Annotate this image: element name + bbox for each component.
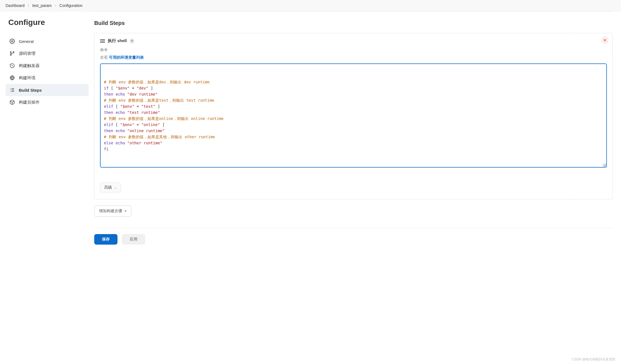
close-icon[interactable]: ✕ <box>601 37 609 44</box>
sidebar-item-2[interactable]: 构建触发器 <box>6 60 89 72</box>
code-line: # 判断 env 参数的值，如果是test，则输出 test runtime <box>104 97 603 103</box>
code-line: elif [ "$env" = "test" ] <box>104 103 603 109</box>
clock-icon <box>9 63 15 68</box>
breadcrumb: Dashboard › test_param › Configuration <box>0 0 621 11</box>
sidebar-item-label: Build Steps <box>19 88 42 93</box>
sidebar-item-label: 源码管理 <box>19 51 35 56</box>
help-icon[interactable]: ? <box>129 39 134 43</box>
sidebar-item-label: 构建触发器 <box>19 63 40 68</box>
code-line: then echo "dev runtime" <box>104 91 603 97</box>
code-line: fi <box>104 146 603 152</box>
build-step-card: 执行 shell ? ✕ 命令 查看 可用的环境变量列表 # 判断 env 参数… <box>94 33 613 199</box>
footer-bar: 保存 应用 <box>94 228 613 249</box>
sidebar: Configure General源码管理构建触发器构建环境Build Step… <box>0 11 94 260</box>
caret-down-icon <box>124 211 127 212</box>
sidebar-item-label: General <box>19 39 34 44</box>
step-title: 执行 shell <box>108 38 127 43</box>
command-label: 命令 <box>100 47 607 52</box>
code-line: # 判断 env 参数的值，如果是online，则输出 online runti… <box>104 116 603 122</box>
code-line: then echo "test runtime" <box>104 109 603 116</box>
add-build-step-button[interactable]: 增加构建步骤 <box>94 206 131 217</box>
sidebar-item-1[interactable]: 源码管理 <box>6 47 89 60</box>
code-line: # 判断 env 参数的值，如果是其他，则输出 other runtime <box>104 134 603 140</box>
cube-icon <box>9 99 15 105</box>
chevron-down-icon: ⌄ <box>114 186 117 189</box>
svg-point-2 <box>10 54 11 55</box>
svg-point-0 <box>12 41 13 42</box>
sidebar-item-5[interactable]: 构建后操作 <box>6 96 89 108</box>
code-line: if [ "$env" = "dev" ] <box>104 85 603 91</box>
steps-icon <box>9 87 15 93</box>
advanced-label: 高级 <box>104 185 112 190</box>
sidebar-item-label: 构建环境 <box>19 75 35 81</box>
resize-handle-icon[interactable] <box>602 163 606 166</box>
code-line: # 判断 env 参数的值，如果是dev，则输出 dev runtime <box>104 79 603 85</box>
add-build-step-label: 增加构建步骤 <box>99 209 122 214</box>
env-vars-link[interactable]: 可用的环境变量列表 <box>109 55 144 60</box>
drag-handle-icon[interactable] <box>100 39 105 43</box>
save-button[interactable]: 保存 <box>94 234 117 245</box>
chevron-right-icon: › <box>28 4 29 7</box>
svg-point-3 <box>13 52 14 53</box>
gear-icon <box>9 39 15 44</box>
code-line: else echo "other runtime" <box>104 140 603 146</box>
svg-point-1 <box>10 52 11 53</box>
sidebar-item-0[interactable]: General <box>6 35 89 47</box>
breadcrumb-item-2[interactable]: Configuration <box>60 3 83 8</box>
sidebar-item-label: 构建后操作 <box>19 100 40 105</box>
apply-button[interactable]: 应用 <box>122 234 145 245</box>
branch-icon <box>9 51 15 56</box>
chevron-right-icon: › <box>55 4 56 7</box>
page-title: Configure <box>8 18 89 27</box>
main-content: Build Steps 执行 shell ? ✕ 命令 查看 可用的环境变量列表… <box>94 11 621 260</box>
globe-icon <box>9 75 15 81</box>
see-prefix: 查看 <box>100 55 109 60</box>
section-title-build-steps: Build Steps <box>94 20 613 26</box>
code-line: then echo "online runtime" <box>104 128 603 134</box>
divider <box>94 11 613 12</box>
sidebar-item-3[interactable]: 构建环境 <box>6 72 89 84</box>
env-vars-help-line: 查看 可用的环境变量列表 <box>100 55 607 60</box>
sidebar-item-4[interactable]: Build Steps <box>6 84 89 96</box>
breadcrumb-item-1[interactable]: test_param <box>32 3 52 8</box>
shell-command-input[interactable]: # 判断 env 参数的值，如果是dev，则输出 dev runtimeif [… <box>100 63 607 168</box>
advanced-button[interactable]: 高级 ⌄ <box>100 183 121 193</box>
code-line: elif [ "$env" = "online" ] <box>104 122 603 128</box>
breadcrumb-item-0[interactable]: Dashboard <box>6 3 25 8</box>
